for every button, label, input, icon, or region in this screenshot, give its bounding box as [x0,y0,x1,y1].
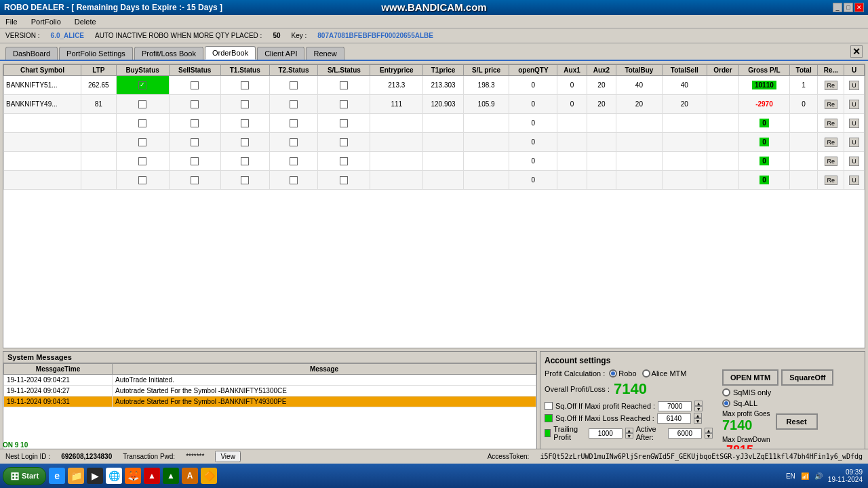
sq-off-loss-checkbox[interactable] [545,414,553,422]
sq-off-profit-input[interactable] [658,401,692,411]
taskbar-app1-icon[interactable]: ▲ [144,468,160,484]
t2-checkbox[interactable] [290,81,298,89]
active-after-input[interactable] [668,428,702,439]
robo-radio-option[interactable]: Robo [609,369,636,378]
alice-mtm-radio-option[interactable]: Alice MTM [642,369,687,378]
spin-down[interactable]: ▼ [694,406,703,411]
u-button[interactable]: U [849,176,859,185]
t1-checkbox[interactable] [241,157,249,165]
re-button[interactable]: Re [825,81,838,90]
taskbar-chrome-icon[interactable]: 🌐 [106,468,122,484]
t1-checkbox[interactable] [241,119,249,127]
alice-mtm-radio[interactable] [642,369,650,378]
u-button[interactable]: U [849,100,859,109]
gross-pl-cell: 0 [739,171,790,190]
buy-status-checkbox[interactable] [138,100,146,108]
taskbar-time-val: 09:39 [828,468,863,476]
trailing-profit-spinner[interactable]: ▲ ▼ [625,428,633,439]
t2-checkbox[interactable] [290,157,298,165]
sqmis-only-radio[interactable] [722,388,730,396]
sq-off-loss-input[interactable] [657,413,691,424]
spin-up-trailing[interactable]: ▲ [625,428,633,433]
buy-status-cell [116,171,169,190]
active-after-spinner[interactable]: ▲ ▼ [705,428,713,439]
t1-checkbox[interactable] [241,176,249,184]
spin-down-loss[interactable]: ▼ [694,418,702,424]
tab-renew[interactable]: Renew [306,47,344,60]
spin-up-loss[interactable]: ▲ [694,413,702,418]
trailing-profit-checkbox[interactable] [545,429,551,437]
sell-status-cell [169,95,220,114]
taskbar-folder-icon[interactable]: 📁 [68,468,84,484]
sl-checkbox[interactable] [340,100,348,108]
buy-status-checkbox[interactable] [138,157,146,165]
view-button[interactable]: View [215,451,241,462]
buy-status-checkbox[interactable] [138,138,146,146]
sell-status-checkbox[interactable] [191,157,199,165]
tab-dashboard[interactable]: DashBoard [5,47,58,60]
maximize-button[interactable]: □ [844,3,853,12]
t2-checkbox[interactable] [290,176,298,184]
menu-delete[interactable]: Delete [72,16,99,27]
t1-checkbox[interactable] [241,100,249,108]
sq-off-profit-spinner[interactable]: ▲ ▼ [694,401,703,411]
re-button[interactable]: Re [825,157,838,166]
buy-status-checkbox[interactable] [138,81,146,89]
sell-status-checkbox[interactable] [191,100,199,108]
spin-down-active[interactable]: ▼ [705,433,713,439]
spin-down-trailing[interactable]: ▼ [625,433,633,439]
taskbar-vlc-icon[interactable]: 🔶 [201,468,217,484]
reset-button[interactable]: Reset [776,413,818,430]
re-button[interactable]: Re [825,176,838,185]
sell-status-checkbox[interactable] [191,138,199,146]
sq-off-loss-spinner[interactable]: ▲ ▼ [694,413,702,424]
taskbar-app2-icon[interactable]: ▲ [163,468,179,484]
sell-status-checkbox[interactable] [191,176,199,184]
spin-up-active[interactable]: ▲ [705,428,713,433]
sl-checkbox[interactable] [340,138,348,146]
t2-checkbox[interactable] [290,119,298,127]
trailing-profit-input[interactable] [589,428,623,439]
u-button[interactable]: U [849,119,859,128]
tab-close-icon[interactable]: ✕ [850,45,863,58]
tab-profit-loss[interactable]: Profit/Loss Book [134,47,203,60]
u-button[interactable]: U [849,138,859,147]
robo-radio[interactable] [609,369,617,378]
buy-status-checkbox[interactable] [138,176,146,184]
spin-up[interactable]: ▲ [694,401,703,406]
sl-price-cell [463,133,509,152]
taskbar-media-icon[interactable]: ▶ [87,468,103,484]
open-mtm-button[interactable]: OPEN MTM [722,369,778,386]
u-button[interactable]: U [849,157,859,166]
sq-all-radio[interactable] [722,399,730,407]
sl-checkbox[interactable] [340,81,348,89]
t2-checkbox[interactable] [290,100,298,108]
menu-portfolio[interactable]: PortFolio [28,16,64,27]
taskbar-firefox-icon[interactable]: 🦊 [125,468,141,484]
t1-checkbox[interactable] [241,81,249,89]
tab-orderbook[interactable]: OrderBook [205,46,256,60]
re-button[interactable]: Re [825,119,838,128]
re-button[interactable]: Re [825,138,838,147]
sl-checkbox[interactable] [340,157,348,165]
sell-status-checkbox[interactable] [191,119,199,127]
t1-checkbox[interactable] [241,138,249,146]
taskbar-ie-icon[interactable]: e [49,468,65,484]
sq-off-profit-checkbox[interactable] [545,402,553,410]
t1-status-cell [220,152,269,171]
t2-checkbox[interactable] [290,138,298,146]
buy-status-checkbox[interactable] [138,119,146,127]
taskbar-app3-icon[interactable]: A [182,468,198,484]
square-off-button[interactable]: SquareOff [781,369,833,386]
sl-checkbox[interactable] [340,119,348,127]
sl-checkbox[interactable] [340,176,348,184]
sell-status-checkbox[interactable] [191,81,199,89]
menu-file[interactable]: File [3,16,20,27]
re-button[interactable]: Re [825,100,838,109]
u-button[interactable]: U [849,81,859,90]
start-button[interactable]: ⊞ Start [3,467,46,485]
minimize-button[interactable]: _ [833,3,842,12]
tab-client-api[interactable]: Client API [257,47,304,60]
close-button[interactable]: ✕ [854,3,864,12]
tab-portfolio-settings[interactable]: PortFolio Settings [59,47,133,60]
